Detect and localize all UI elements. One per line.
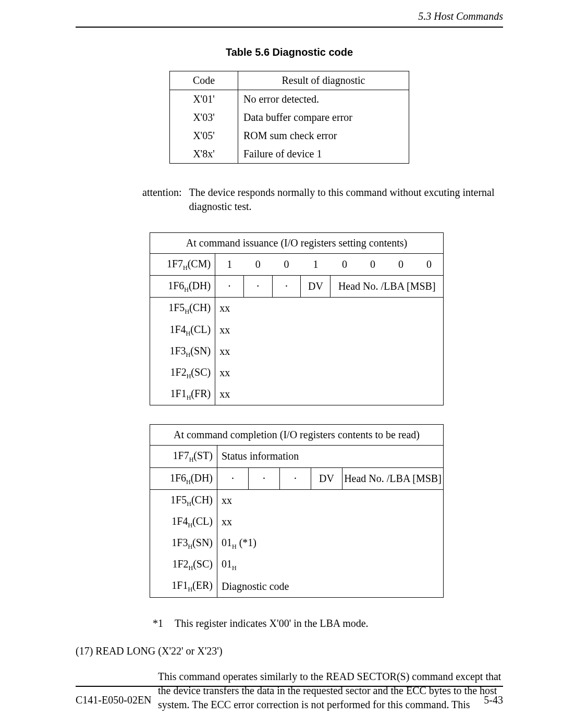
t: H bbox=[186, 478, 191, 486]
bit: 0 bbox=[359, 254, 387, 276]
t: (CL) bbox=[190, 324, 211, 335]
t: H bbox=[184, 286, 189, 293]
t: H bbox=[183, 264, 188, 272]
bit: · bbox=[280, 467, 311, 489]
cell-result: No error detected. bbox=[238, 90, 409, 109]
reg-row-er: 1F1H(ER) Diagnostic code bbox=[150, 575, 444, 597]
t: 1F2 bbox=[172, 558, 188, 570]
reg-label: 1F3H(SN) bbox=[150, 341, 215, 362]
t: 1F6 bbox=[168, 280, 184, 291]
attention-label: attention: bbox=[142, 186, 189, 214]
bit: · bbox=[215, 276, 244, 298]
val: 01H bbox=[217, 554, 444, 575]
reg-row-cl: 1F4H(CL) xx bbox=[150, 511, 444, 533]
bit: 1 bbox=[301, 254, 331, 276]
t: H bbox=[187, 500, 191, 508]
bit: 0 bbox=[243, 254, 272, 276]
footnote: *1 This register indicates X'00' in the … bbox=[153, 616, 503, 631]
val: 01H (*1) bbox=[217, 533, 444, 554]
t: (DH) bbox=[189, 280, 211, 291]
attention-note: attention: The device responds normally … bbox=[142, 186, 503, 214]
t: H bbox=[188, 522, 192, 529]
reg-row-cl: 1F4H(CL) xx bbox=[150, 319, 444, 341]
page-footer: C141-E050-02EN 5-43 bbox=[76, 686, 503, 707]
bit: · bbox=[243, 276, 272, 298]
reg-label: 1F6H(DH) bbox=[150, 276, 215, 298]
section-ref: 5.3 Host Commands bbox=[418, 10, 503, 22]
bit: 1 bbox=[215, 254, 244, 276]
table-row: X'05' ROM sum check error bbox=[170, 127, 409, 145]
t: (CM) bbox=[188, 258, 211, 269]
bit: 0 bbox=[272, 254, 301, 276]
t: H bbox=[232, 543, 237, 550]
t: 1F3 bbox=[169, 345, 186, 356]
val: xx bbox=[215, 341, 444, 362]
cell-code: X'8x' bbox=[170, 145, 238, 164]
reg-row-sc: 1F2H(SC) xx bbox=[150, 362, 444, 384]
val: xx bbox=[215, 298, 444, 319]
head-cell: Head No. /LBA [MSB] bbox=[331, 276, 444, 298]
t: (SC) bbox=[191, 366, 211, 378]
reg-label: 1F5H(CH) bbox=[150, 298, 215, 319]
footnote-label: *1 bbox=[153, 616, 175, 631]
reg-label: 1F4H(CL) bbox=[150, 319, 215, 341]
reg-row-sn: 1F3H(SN) 01H (*1) bbox=[150, 533, 444, 554]
reg-label: 1F1H(ER) bbox=[150, 575, 217, 597]
reg-row-sc: 1F2H(SC) 01H bbox=[150, 554, 444, 575]
t: (DH) bbox=[191, 472, 213, 484]
bit: · bbox=[217, 467, 249, 489]
col-result: Result of diagnostic bbox=[238, 71, 409, 90]
bit: DV bbox=[311, 467, 342, 489]
cell-code: X'01' bbox=[170, 90, 238, 109]
reg-row-sn: 1F3H(SN) xx bbox=[150, 341, 444, 362]
bit: 0 bbox=[415, 254, 444, 276]
register-completion-table-wrap: At command completion (I/O registers con… bbox=[150, 424, 503, 597]
reg-label: 1F2H(SC) bbox=[150, 554, 217, 575]
bit: · bbox=[249, 467, 280, 489]
diagnostic-code-table: Code Result of diagnostic X'01' No error… bbox=[169, 71, 409, 164]
t: (CH) bbox=[191, 494, 213, 505]
t: (CH) bbox=[189, 302, 211, 313]
val: Status information bbox=[217, 446, 444, 467]
footnote-text: This register indicates X'00' in the LBA… bbox=[175, 616, 369, 631]
reg-row-st: 1F7H(ST) Status information bbox=[150, 446, 444, 467]
val: xx bbox=[215, 319, 444, 341]
page: 5.3 Host Commands Table 5.6 Diagnostic c… bbox=[0, 0, 563, 728]
reg-label: 1F7H(ST) bbox=[150, 446, 217, 467]
reg-row-cm: 1F7H(CM) 1 0 0 1 0 0 0 0 bbox=[150, 254, 444, 276]
table-row: X'03' Data buffer compare error bbox=[170, 108, 409, 127]
register-issuance-table-wrap: At command issuance (I/O registers setti… bbox=[150, 232, 503, 405]
table-caption: Table 5.6 Diagnostic code bbox=[76, 45, 503, 59]
page-header: 5.3 Host Commands bbox=[76, 9, 503, 28]
table-row: X'01' No error detected. bbox=[170, 90, 409, 109]
reg-row-fr: 1F1H(FR) xx bbox=[150, 384, 444, 405]
t: H bbox=[188, 543, 192, 550]
t: (CL) bbox=[192, 515, 213, 527]
reg-label: 1F4H(CL) bbox=[150, 511, 217, 533]
t: 01 bbox=[222, 558, 232, 570]
reg-label: 1F2H(SC) bbox=[150, 362, 215, 384]
t: (FR) bbox=[191, 388, 211, 399]
reg-title: At command issuance (I/O registers setti… bbox=[150, 233, 444, 254]
t: H bbox=[232, 564, 237, 572]
attention-text: The device responds normally to this com… bbox=[189, 186, 503, 214]
t: H bbox=[185, 308, 189, 315]
t: H bbox=[188, 586, 192, 593]
reg-row-ch: 1F5H(CH) xx bbox=[150, 298, 444, 319]
table-header-row: Code Result of diagnostic bbox=[170, 71, 409, 90]
t: 1F1 bbox=[170, 388, 187, 399]
t: (SN) bbox=[192, 537, 213, 548]
val: xx bbox=[217, 489, 444, 511]
cell-result: ROM sum check error bbox=[238, 127, 409, 145]
t: 1F5 bbox=[170, 494, 187, 505]
cell-code: X'05' bbox=[170, 127, 238, 145]
cell-result: Failure of device 1 bbox=[238, 145, 409, 164]
t: 1F4 bbox=[172, 515, 188, 527]
val: xx bbox=[215, 384, 444, 405]
t: (ER) bbox=[192, 579, 213, 591]
section-heading: (17) READ LONG (X'22' or X'23') bbox=[76, 644, 503, 658]
page-number: 5-43 bbox=[484, 693, 503, 707]
val: xx bbox=[215, 362, 444, 384]
t: 1F3 bbox=[172, 537, 188, 548]
doc-number: C141-E050-02EN bbox=[76, 693, 152, 707]
